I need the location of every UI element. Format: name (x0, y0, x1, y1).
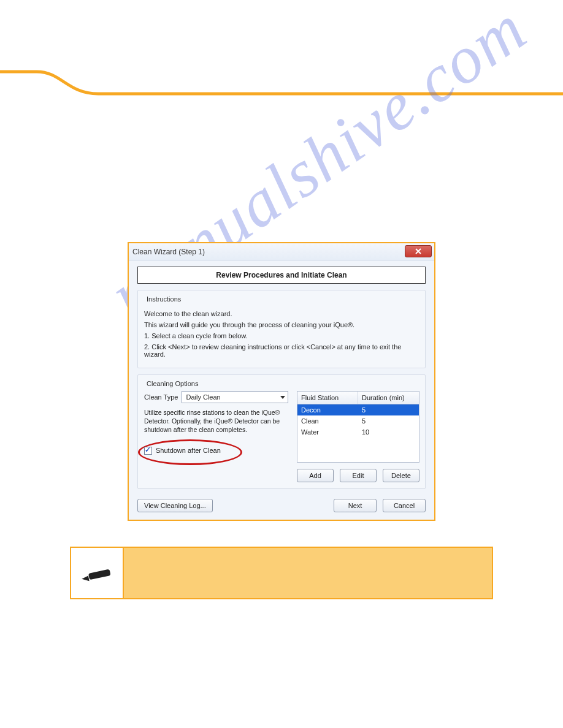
clean-wizard-dialog: Clean Wizard (Step 1) Review Procedures … (128, 242, 435, 521)
section-title: Review Procedures and Initiate Clean (137, 267, 426, 284)
table-cell-duration: 5 (358, 404, 419, 415)
add-button[interactable]: Add (297, 469, 334, 482)
instructions-fieldset: Instructions Welcome to the clean wizard… (137, 290, 426, 368)
table-header-station: Fluid Station (297, 392, 358, 404)
instructions-legend: Instructions (144, 295, 183, 303)
table-row[interactable]: Clean 5 (297, 415, 419, 427)
cleaning-options-legend: Cleaning Options (144, 380, 201, 387)
cancel-button[interactable]: Cancel (383, 499, 426, 512)
edit-button[interactable]: Edit (340, 469, 377, 482)
table-cell-duration: 5 (358, 415, 419, 427)
clean-type-dropdown[interactable]: Daily Clean (182, 391, 288, 403)
close-icon (415, 248, 422, 255)
note-box (70, 547, 493, 599)
close-button[interactable] (405, 245, 432, 257)
table-row[interactable]: Decon 5 (297, 404, 419, 415)
table-row[interactable]: Water 10 (297, 427, 419, 438)
table-cell-station: Clean (297, 415, 358, 427)
fluid-station-table: Fluid Station Duration (min) Decon 5 Cle… (297, 391, 419, 463)
view-cleaning-log-button[interactable]: View Cleaning Log... (137, 499, 213, 512)
instructions-guide: This wizard will guide you through the p… (144, 321, 419, 328)
pencil-icon (80, 564, 113, 582)
clean-type-value: Daily Clean (186, 393, 220, 401)
titlebar: Clean Wizard (Step 1) (129, 243, 434, 260)
svg-marker-0 (82, 575, 89, 581)
header-curve (0, 64, 563, 101)
table-cell-station: Water (297, 427, 358, 438)
note-body (124, 548, 492, 598)
delete-button[interactable]: Delete (383, 469, 419, 482)
clean-type-description: Utilize specific rinse stations to clean… (144, 408, 288, 434)
cleaning-options-fieldset: Cleaning Options Clean Type Daily Clean … (137, 374, 426, 489)
instructions-step2: 2. Click <Next> to review cleaning instr… (144, 343, 419, 358)
dialog-title: Clean Wizard (Step 1) (132, 248, 205, 256)
instructions-step1: 1. Select a clean cycle from below. (144, 332, 419, 339)
clean-type-label: Clean Type (144, 393, 178, 401)
table-cell-station: Decon (297, 404, 358, 415)
shutdown-checkbox[interactable] (144, 447, 152, 455)
svg-rect-1 (88, 569, 111, 580)
table-header-duration: Duration (min) (358, 392, 419, 404)
shutdown-label: Shutdown after Clean (156, 447, 221, 454)
next-button[interactable]: Next (334, 499, 377, 512)
table-cell-duration: 10 (358, 427, 419, 438)
instructions-welcome: Welcome to the clean wizard. (144, 310, 419, 317)
